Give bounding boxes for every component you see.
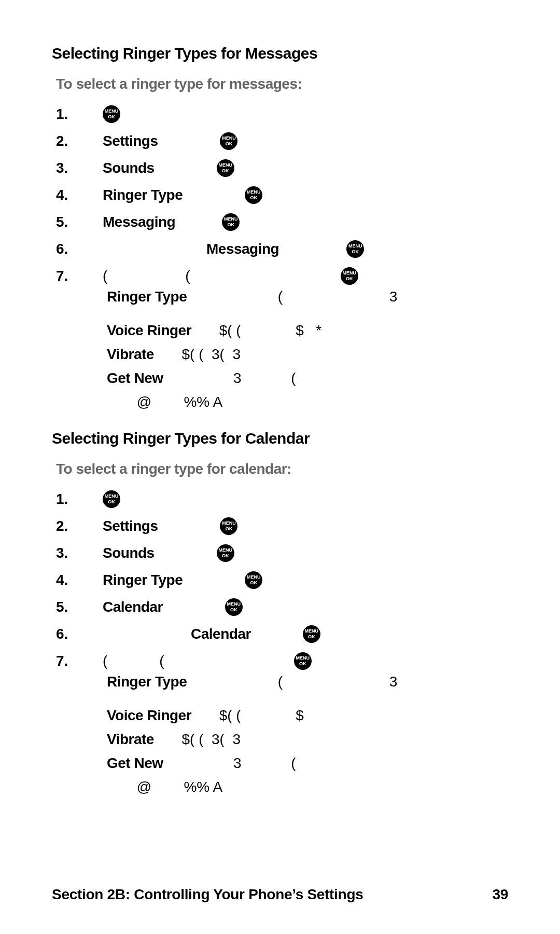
menu-ok-icon: MENU OK: [217, 159, 234, 177]
step-label: Calendar: [191, 626, 251, 642]
step-number: 7.: [56, 653, 103, 669]
menu-label: MENU: [348, 244, 362, 249]
step-label: Ringer Type: [103, 572, 183, 588]
fragment-text: 3: [233, 370, 242, 386]
menu-label: MENU: [296, 656, 310, 661]
fragment-text: 3: [233, 755, 242, 771]
menu-ok-icon: MENU OK: [225, 598, 243, 616]
steps-list: 1. MENU OK 2. Settings MENU OK 3. S: [52, 105, 508, 414]
ok-label: OK: [108, 114, 115, 119]
fragment-text: @ %% A: [137, 394, 222, 410]
step-number: 6.: [56, 626, 103, 642]
ok-label: OK: [226, 526, 233, 531]
step-label: Ringer Type: [103, 187, 183, 203]
ok-label: OK: [250, 580, 257, 585]
menu-label: MENU: [227, 602, 241, 607]
menu-label: MENU: [105, 109, 119, 114]
footer-section-label: Section 2B: Controlling Your Phone’s Set…: [52, 886, 363, 903]
ok-label: OK: [346, 276, 353, 281]
menu-ok-icon: MENU OK: [245, 186, 262, 204]
step-number: 4.: [56, 572, 103, 588]
step-number: 5.: [56, 214, 103, 230]
fragment-text: (: [278, 289, 283, 305]
menu-ok-icon: MENU OK: [245, 571, 262, 589]
fragment-text: 3: [389, 289, 398, 305]
menu-ok-icon: MENU OK: [217, 544, 234, 562]
menu-ok-icon: MENU OK: [303, 625, 320, 643]
ok-label: OK: [352, 249, 359, 254]
fragment-text: $( (: [219, 707, 241, 723]
menu-label: MENU: [218, 163, 232, 168]
bullet-label: Get New: [107, 755, 163, 771]
step-number: 2.: [56, 133, 103, 149]
step-label: Settings: [103, 133, 158, 149]
step-label: Settings: [103, 518, 158, 534]
bullet-label: Vibrate: [107, 731, 154, 747]
fragment-text: $( (: [219, 322, 241, 338]
menu-label: MENU: [247, 575, 261, 580]
menu-ok-icon: MENU OK: [222, 213, 240, 231]
page: Selecting Ringer Types for Messages To s…: [0, 0, 560, 934]
menu-label: MENU: [105, 494, 119, 499]
fragment-text: $ *: [296, 322, 321, 338]
steps-list: 1. MENU OK 2. Settings MENU OK 3. S: [52, 490, 508, 799]
menu-label: MENU: [305, 629, 319, 634]
step-number: 3.: [56, 545, 103, 561]
fragment-text: (: [159, 653, 164, 669]
menu-label: MENU: [247, 190, 261, 195]
menu-label: MENU: [342, 271, 356, 276]
bullet-label: Voice Ringer: [107, 707, 191, 723]
page-footer: Section 2B: Controlling Your Phone’s Set…: [52, 886, 508, 903]
menu-ok-icon: MENU OK: [220, 132, 237, 150]
menu-label: MENU: [222, 136, 236, 141]
section-subhead: To select a ringer type for messages:: [52, 76, 508, 92]
menu-ok-icon: MENU OK: [220, 517, 237, 535]
fragment-text: (: [291, 755, 296, 771]
fragment-text: (: [103, 653, 107, 669]
ok-label: OK: [222, 553, 229, 558]
bullet-list: Voice Ringer $( ( $ * Vibrate $( ( 3( 3 …: [56, 308, 508, 414]
step-number: 6.: [56, 241, 103, 257]
ok-label: OK: [108, 499, 115, 504]
step-label: Calendar: [103, 599, 163, 615]
fragment-text: $( ( 3( 3: [181, 346, 241, 362]
step-details: Ringer Type ( 3: [56, 670, 508, 693]
fragment-text: (: [278, 674, 283, 690]
step-number: 2.: [56, 518, 103, 534]
menu-ok-icon: MENU OK: [346, 240, 364, 258]
ok-label: OK: [230, 607, 237, 612]
fragment-text: $( ( 3( 3: [181, 731, 241, 747]
menu-ok-icon: MENU OK: [103, 105, 120, 123]
section-heading: Selecting Ringer Types for Calendar: [52, 430, 508, 447]
menu-label: MENU: [224, 217, 238, 222]
step-number: 7.: [56, 268, 103, 284]
section-heading: Selecting Ringer Types for Messages: [52, 45, 508, 62]
step-number: 4.: [56, 187, 103, 203]
step-details: Ringer Type ( 3: [56, 285, 508, 308]
ok-label: OK: [222, 168, 229, 173]
bullet-label: Vibrate: [107, 346, 154, 362]
menu-label: MENU: [222, 521, 236, 526]
fragment-text: $: [296, 707, 304, 723]
fragment-text: (: [103, 268, 107, 284]
ok-label: OK: [299, 661, 306, 666]
step-number: 3.: [56, 160, 103, 176]
fragment-text: @ %% A: [137, 779, 222, 795]
fragment-text: 3: [389, 674, 398, 690]
step-label: Messaging: [206, 241, 279, 257]
page-number: 39: [492, 886, 508, 903]
menu-ok-icon: MENU OK: [294, 652, 312, 670]
step-label: Sounds: [103, 545, 155, 561]
fragment-text: (: [291, 370, 296, 386]
step-number: 1.: [56, 491, 103, 507]
detail-label: Ringer Type: [107, 289, 187, 305]
bullet-label: Voice Ringer: [107, 322, 191, 338]
fragment-text: (: [185, 268, 190, 284]
ok-label: OK: [250, 195, 257, 200]
menu-ok-icon: MENU OK: [103, 490, 120, 508]
ok-label: OK: [226, 141, 233, 146]
step-number: 1.: [56, 106, 103, 122]
bullet-list: Voice Ringer $( ( $ Vibrate $( ( 3( 3 Ge…: [56, 693, 508, 799]
step-number: 5.: [56, 599, 103, 615]
bullet-label: Get New: [107, 370, 163, 386]
